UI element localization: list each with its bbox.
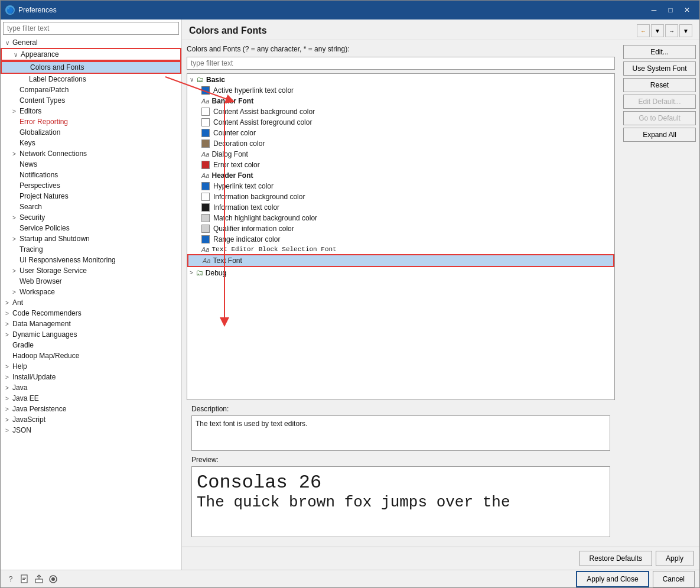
label-content-assist-bg: Content Assist background color xyxy=(213,108,315,116)
sidebar-item-network[interactable]: > Network Connections xyxy=(1,148,181,159)
label-text-editor-block: Text Editor Block Selection Font xyxy=(211,246,336,253)
font-item-decoration-color[interactable]: Decoration color xyxy=(187,138,614,149)
sidebar-item-news[interactable]: News xyxy=(1,159,181,170)
content-filter-input[interactable] xyxy=(187,57,615,70)
font-item-text-editor-block[interactable]: Aa Text Editor Block Selection Font xyxy=(187,245,614,254)
font-item-info-bg[interactable]: Information background color xyxy=(187,191,614,202)
font-item-qualifier-info[interactable]: Qualifier information color xyxy=(187,223,614,234)
sidebar-item-ant[interactable]: > Ant xyxy=(1,297,181,308)
sidebar-item-json[interactable]: > JSON xyxy=(1,425,181,436)
doc-status-icon[interactable] xyxy=(19,574,30,584)
apply-button[interactable]: Apply xyxy=(656,551,694,566)
sidebar-item-compare[interactable]: Compare/Patch xyxy=(1,85,181,95)
sidebar-item-general[interactable]: ∨ General xyxy=(1,37,181,48)
sidebar-item-ui-responsiveness[interactable]: UI Responsiveness Monitoring xyxy=(1,255,181,265)
sidebar-item-globalization[interactable]: Globalization xyxy=(1,127,181,138)
sidebar-item-label-dec[interactable]: Label Decorations xyxy=(1,74,181,85)
sidebar-item-workspace[interactable]: > Workspace xyxy=(1,287,181,297)
sidebar-item-java-ee[interactable]: > Java EE xyxy=(1,393,181,404)
nav-arrows: ← ▼ → ▼ xyxy=(637,24,692,37)
expand-all-button[interactable]: Expand All xyxy=(623,128,696,142)
circle-status-icon[interactable] xyxy=(48,574,58,584)
sidebar-filter-input[interactable] xyxy=(3,22,179,35)
nav-back-button[interactable]: ← xyxy=(637,24,650,37)
toggle-ant: > xyxy=(5,300,12,306)
nav-forward-button[interactable]: → xyxy=(665,24,678,37)
label-content-assist-fg: Content Assist foreground color xyxy=(213,118,312,126)
toggle-network: > xyxy=(12,151,19,157)
color-swatch-info-bg xyxy=(201,193,210,201)
sidebar-item-startup[interactable]: > Startup and Shutdown xyxy=(1,233,181,244)
font-item-range-indicator[interactable]: Range indicator color xyxy=(187,234,614,245)
toggle-code-recommenders: > xyxy=(5,310,12,317)
svg-rect-0 xyxy=(21,575,27,583)
toggle-java-ee: > xyxy=(5,395,12,402)
sidebar-item-gradle[interactable]: Gradle xyxy=(1,340,181,350)
use-system-font-button[interactable]: Use System Font xyxy=(623,61,696,76)
edit-button[interactable]: Edit... xyxy=(623,45,696,59)
sidebar-item-hadoop[interactable]: Hadoop Map/Reduce xyxy=(1,350,181,361)
maximize-button[interactable]: □ xyxy=(663,4,678,16)
sidebar-item-dynamic-languages[interactable]: > Dynamic Languages xyxy=(1,329,181,340)
sidebar-item-project-natures[interactable]: Project Natures xyxy=(1,191,181,202)
sidebar-item-content-types[interactable]: Content Types xyxy=(1,95,181,106)
font-item-header-font[interactable]: Aa Header Font xyxy=(187,170,614,181)
label-banner-font: Banner Font xyxy=(211,97,253,105)
sidebar-item-java-persistence[interactable]: > Java Persistence xyxy=(1,404,181,414)
font-item-error-text[interactable]: Error text color xyxy=(187,160,614,170)
sidebar-item-appearance[interactable]: ∨ Appearance xyxy=(1,48,181,61)
sidebar-item-javascript[interactable]: > JavaScript xyxy=(1,414,181,425)
sidebar-item-keys[interactable]: Keys xyxy=(1,138,181,148)
sidebar-item-editors[interactable]: > Editors xyxy=(1,106,181,116)
sidebar-item-colors-fonts[interactable]: Colors and Fonts xyxy=(1,61,181,74)
sidebar-item-code-recommenders[interactable]: > Code Recommenders xyxy=(1,308,181,319)
sidebar-item-perspectives[interactable]: Perspectives xyxy=(1,180,181,191)
font-item-match-highlight[interactable]: Match highlight background color xyxy=(187,213,614,223)
label-ui-responsiveness: UI Responsiveness Monitoring xyxy=(19,256,116,264)
panel-body: Colors and Fonts (? = any character, * =… xyxy=(182,40,699,547)
sidebar-item-tracing[interactable]: Tracing xyxy=(1,244,181,255)
font-item-content-assist-bg[interactable]: Content Assist background color xyxy=(187,106,614,117)
group-basic[interactable]: ∨ 🗂 Basic xyxy=(187,74,614,85)
sidebar-item-security[interactable]: > Security xyxy=(1,212,181,223)
dialog-buttons: Apply and Close Cancel xyxy=(576,571,695,587)
sidebar-item-web-browser[interactable]: Web Browser xyxy=(1,276,181,287)
label-startup: Startup and Shutdown xyxy=(19,235,90,243)
help-status-icon[interactable]: ? xyxy=(5,574,16,584)
label-java: Java xyxy=(12,384,27,392)
font-item-dialog-font[interactable]: Aa Dialog Font xyxy=(187,149,614,160)
sidebar-item-java[interactable]: > Java xyxy=(1,382,181,393)
sidebar-item-service-policies[interactable]: Service Policies xyxy=(1,223,181,233)
sidebar-item-notifications[interactable]: Notifications xyxy=(1,170,181,180)
window-title: Preferences xyxy=(18,6,57,14)
sidebar-item-install-update[interactable]: > Install/Update xyxy=(1,372,181,382)
font-item-hyperlink-color[interactable]: Hyperlink text color xyxy=(187,181,614,191)
font-item-text-font[interactable]: Aa Text Font xyxy=(187,254,614,267)
font-item-content-assist-fg[interactable]: Content Assist foreground color xyxy=(187,117,614,128)
nav-back-dropdown[interactable]: ▼ xyxy=(651,24,664,37)
minimize-button[interactable]: ─ xyxy=(646,4,662,16)
edit-default-button[interactable]: Edit Default... xyxy=(623,95,696,109)
nav-forward-dropdown[interactable]: ▼ xyxy=(679,24,692,37)
sidebar-item-error-reporting[interactable]: Error Reporting xyxy=(1,116,181,127)
font-item-active-hyperlink[interactable]: Active hyperlink text color xyxy=(187,85,614,96)
label-notifications: Notifications xyxy=(19,171,58,179)
sidebar-item-user-storage[interactable]: > User Storage Service xyxy=(1,265,181,276)
reset-button[interactable]: Reset xyxy=(623,78,696,92)
font-item-counter-color[interactable]: Counter color xyxy=(187,128,614,138)
cancel-button[interactable]: Cancel xyxy=(653,571,695,587)
group-basic-label: Basic xyxy=(206,76,225,84)
color-swatch-hyperlink xyxy=(201,182,210,190)
sidebar-item-data-management[interactable]: > Data Management xyxy=(1,319,181,329)
title-controls: ─ □ ✕ xyxy=(646,4,695,16)
group-debug[interactable]: > 🗂 Debug xyxy=(187,267,614,278)
font-item-banner-font[interactable]: Aa Banner Font xyxy=(187,96,614,106)
close-button[interactable]: ✕ xyxy=(679,4,695,16)
sidebar-item-search[interactable]: Search xyxy=(1,202,181,212)
restore-defaults-button[interactable]: Restore Defaults xyxy=(579,551,652,566)
sidebar-item-help[interactable]: > Help xyxy=(1,361,181,372)
font-item-info-text[interactable]: Information text color xyxy=(187,202,614,213)
go-to-default-button[interactable]: Go to Default xyxy=(623,111,696,125)
apply-and-close-button[interactable]: Apply and Close xyxy=(576,571,649,587)
export-status-icon[interactable] xyxy=(34,574,44,584)
